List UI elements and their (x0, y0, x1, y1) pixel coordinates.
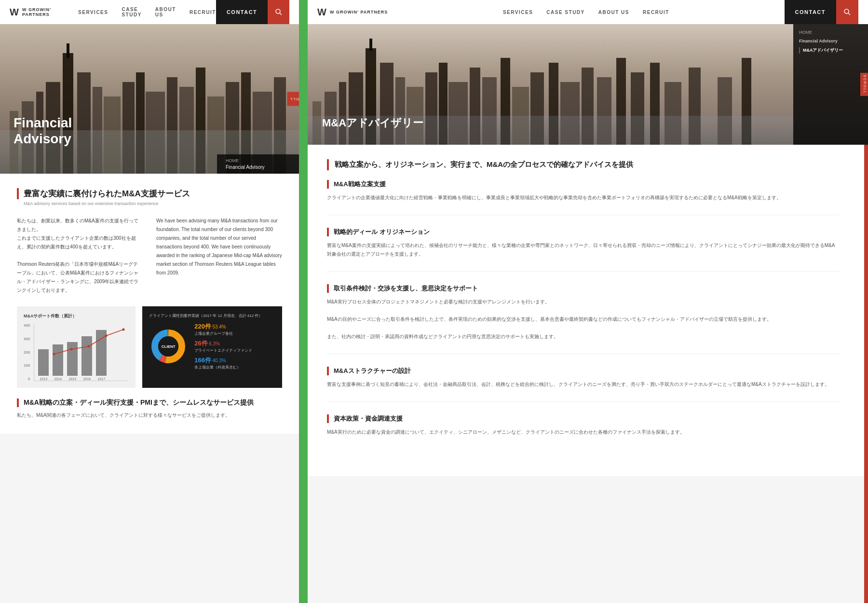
green-divider (299, 0, 308, 603)
donut-item-1: 26件 6.3% プライベートエクイティファンド (194, 339, 252, 353)
donut-legend: 220件 53.4% 上場企業グループ各社 26件 6.3% プライベートエクイ… (194, 322, 252, 370)
donut-center-label: CLIENT (162, 344, 176, 348)
service-block-0: M&A戦略立案支援 クライアントの企業価値最大化に向けた経営戦略・事業戦略を明確… (327, 180, 839, 215)
nav-services-right[interactable]: SERVICES (503, 10, 533, 15)
logo-w-right: W (317, 7, 327, 18)
svg-point-33 (844, 9, 849, 14)
body-ja: 私たちは、創業以来、数多くのM&A案件の支援を行ってきました。 これまでに支援し… (17, 217, 143, 295)
svg-line-1 (280, 13, 282, 15)
body-en: We have been advising many M&A transacti… (156, 217, 282, 295)
content-section-left: 豊富な実績に裏付けられたM&A支援サービス M&A advisory servi… (0, 174, 299, 434)
two-col-text: 私たちは、創業以来、数多くのM&A案件の支援を行ってきました。 これまでに支援し… (17, 217, 282, 295)
right-panel: W W GROWIN' PARTNERS SERVICES CASE STUDY… (308, 0, 868, 603)
bottom-service-desc: 私たち、M&A関連の各フェーズにおいて、クライアントに対する様々なサービスをご提… (17, 411, 282, 419)
section-subtitle-en: M&A advisory services based on our exten… (17, 201, 282, 206)
navbar-links-right: SERVICES CASE STUDY ABOUT US RECRUIT (388, 10, 784, 15)
service-block-3: M&Aストラクチャーの設計 豊富な支援事例に基づく知見の蓄積により、会社法・金融… (327, 367, 839, 402)
logo-w-left: W (10, 7, 19, 18)
service-desc-4: M&A実行のために必要な資金の調達について、エクイティ、シニアローン、メザニンな… (327, 428, 839, 437)
donut-chart-container: クライアント属性別案件実績（2017 年 12 月現在、合計 412 件） (142, 306, 282, 388)
hero-left: Financial Advisory HOME Financial Adviso… (0, 24, 299, 174)
bar-chart-title: M&Aサポート件数（累計） (24, 313, 129, 319)
service-title-4: 資本政策・資金調達支援 (327, 414, 839, 423)
search-icon-right (843, 8, 851, 16)
scroll-indicator-right: SCROLL (860, 73, 868, 96)
service-desc-1: 豊富なM&A案件の支援実績によって培われた、候補会社のリサーチ能力と、様々な業種… (327, 241, 839, 259)
navbar-left: W W GROWIN' PARTNERS SERVICES CASE STUDY… (0, 0, 299, 24)
navbar-right: W W GROWIN' PARTNERS SERVICES CASE STUDY… (308, 0, 868, 24)
logo-text-left: W GROWIN' PARTNERS (22, 7, 78, 17)
bar-2013: 2013 (38, 349, 49, 381)
service-title-2: 取引条件検討・交渉を支援し、意思決定をサポート (327, 284, 839, 293)
donut-svg-wrap: CLIENT (149, 327, 188, 366)
search-icon-left (275, 8, 283, 16)
nav-services-left[interactable]: SERVICES (78, 10, 108, 15)
hero-skyline-left (0, 24, 299, 174)
rbs-parent: Financial Advisory (799, 39, 862, 43)
section-title-ja: 豊富な実績に裏付けられたM&A支援サービス (17, 188, 282, 199)
service-block-1: 戦略的ディール オリジネーション 豊富なM&A案件の支援実績によって培われた、候… (327, 228, 839, 272)
service-title-1: 戦略的ディール オリジネーション (327, 228, 839, 236)
bar-2015: 2015 (67, 342, 78, 381)
bar-2016: 2016 (81, 336, 92, 381)
bottom-service-title: M&A戦略の立案・ディール実行支援・PMIまで、シームレスなサービス提供 (17, 398, 282, 407)
donut-content: CLIENT 220件 53.4% 上場企業グループ各社 26件 6.3% プラ… (149, 322, 275, 370)
right-main-heading: 戦略立案から、オリジネーション、実行まで、M&Aの全プロセスで的確なアドバイスを… (327, 159, 839, 170)
rbs-current: M&Aアドバイザリー (799, 47, 862, 54)
right-breadcrumb-sidebar: HOME Financial Advisory M&Aアドバイザリー (793, 24, 868, 145)
svg-rect-8 (67, 43, 69, 58)
scroll-indicator-left: SCROLL (287, 92, 299, 106)
svg-line-34 (848, 13, 850, 15)
service-block-2: 取引条件検討・交渉を支援し、意思決定をサポート M&A実行プロセス全体のプロジェ… (327, 284, 839, 354)
nav-case-study-right[interactable]: CASE STUDY (546, 10, 584, 15)
contact-button-left[interactable]: CONTACT (216, 0, 268, 24)
svg-point-0 (276, 9, 280, 14)
bar-chart-container: M&Aサポート件数（累計） 400 300 200 100 0 20 (17, 306, 136, 388)
logo-right[interactable]: W W GROWIN' PARTNERS (317, 7, 388, 18)
bar-chart: 400 300 200 100 0 2013 (24, 323, 129, 381)
rbs-home: HOME (799, 30, 862, 35)
charts-row: M&Aサポート件数（累計） 400 300 200 100 0 20 (17, 306, 282, 388)
donut-chart-title: クライアント属性別案件実績（2017 年 12 月現在、合計 412 件） (149, 313, 275, 318)
nav-recruit-right[interactable]: RECRUIT (643, 10, 669, 15)
nav-recruit-left[interactable]: RECRUIT (190, 10, 216, 15)
service-desc-0: クライアントの企業価値最大化に向けた経営戦略・事業戦略を明確にし、事業成長と事業… (327, 193, 839, 202)
nav-about-right[interactable]: ABOUT US (598, 10, 629, 15)
service-title-0: M&A戦略立案支援 (327, 180, 839, 189)
donut-item-0: 220件 53.4% 上場企業グループ各社 (194, 322, 252, 336)
hero-right: M&Aアドバイザリー HOME Financial Advisory M&Aアド… (308, 24, 868, 145)
hero-breadcrumb-left: HOME Financial Advisory (217, 154, 299, 174)
service-title-3: M&Aストラクチャーの設計 (327, 367, 839, 375)
svg-rect-41 (369, 39, 372, 51)
service-desc-2: M&A実行プロセス全体のプロジェクトマネジメントと必要な検討の支援やアレンジメン… (327, 298, 839, 341)
navbar-links-left: SERVICES CASE STUDY ABOUT US RECRUIT (78, 7, 216, 17)
donut-item-2: 166件 40.3% 非上場企業（外資系含む） (194, 356, 252, 370)
contact-button-right[interactable]: CONTACT (785, 0, 836, 24)
search-button-left[interactable] (268, 0, 289, 24)
hero-title-right: M&Aアドバイザリー (322, 116, 423, 130)
service-desc-3: 豊富な支援事例に基づく知見の蓄積により、会社法・金融商品取引法、会計、税務などを… (327, 380, 839, 389)
logo-text-right: W GROWIN' PARTNERS (330, 10, 388, 14)
service-block-4: 資本政策・資金調達支援 M&A実行のために必要な資金の調達について、エクイティ、… (327, 414, 839, 449)
nav-about-left[interactable]: ABOUT US (155, 7, 176, 17)
svg-point-28 (122, 329, 125, 331)
hero-title-left: Financial Advisory (14, 115, 72, 147)
left-panel: W W GROWIN' PARTNERS SERVICES CASE STUDY… (0, 0, 299, 603)
search-button-right[interactable] (836, 0, 858, 24)
right-content: 戦略立案から、オリジネーション、実行まで、M&Aの全プロセスで的確なアドバイスを… (308, 145, 868, 476)
logo-left[interactable]: W W GROWIN' PARTNERS (10, 7, 78, 18)
bar-2017: 2017 (96, 330, 107, 381)
nav-case-study-left[interactable]: CASE STUDY (122, 7, 141, 17)
bar-2014: 2014 (53, 344, 63, 381)
